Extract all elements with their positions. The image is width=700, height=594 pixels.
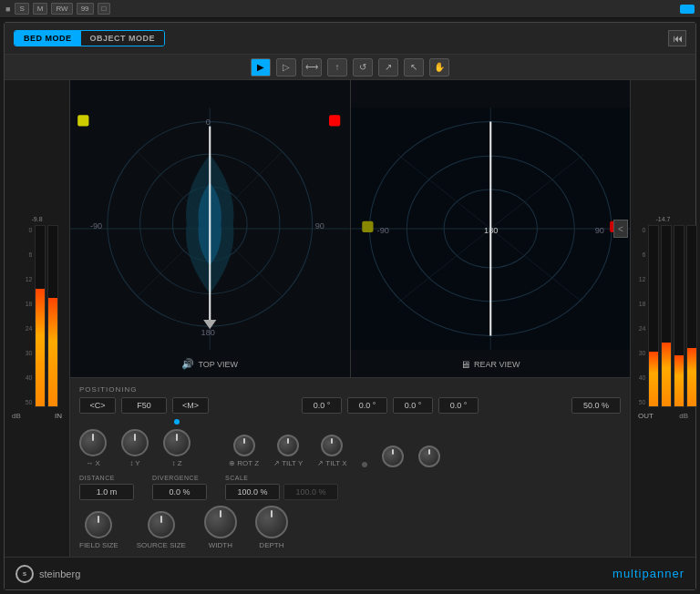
preset-m-field[interactable] — [172, 397, 209, 414]
top-view-icon: 🔊 — [181, 358, 194, 370]
source-size-knob[interactable] — [148, 511, 175, 538]
depth-label: DEPTH — [259, 541, 283, 549]
distance-value[interactable]: 1.0 m — [79, 484, 134, 500]
vu-left-in: IN — [55, 412, 62, 420]
knob-tiltx[interactable] — [321, 435, 343, 456]
scale-group: SCALE 100.0 % 100.0 % — [225, 475, 338, 500]
toolbar-loop-btn[interactable]: ⟷ — [302, 58, 322, 77]
knob-reset[interactable] — [382, 446, 404, 467]
distance-label: DISTANCE — [79, 475, 134, 481]
knob-x[interactable] — [79, 429, 107, 456]
topbar-btn-99[interactable]: 99 — [77, 3, 94, 15]
rear-view-label: 🖥 REAR VIEW — [460, 359, 520, 370]
topbar-btn-s[interactable]: S — [15, 3, 28, 15]
toolbar-play2-btn[interactable]: ▷ — [276, 58, 296, 77]
rear-view-svg: -90 180 90 — [351, 80, 631, 377]
knob-y-group: ↕ Y — [121, 429, 149, 467]
vu-right-clip: -14.7 — [656, 216, 671, 222]
multipanner-text: multipanner — [612, 567, 685, 580]
vu-right-db: dB — [679, 412, 688, 420]
vu-left-bars — [35, 225, 58, 407]
top-view-container: 0 -90 90 180 🔊 TOP VIEW — [70, 80, 350, 377]
knob-tiltx-group: ↗ TILT X — [317, 435, 346, 467]
knob-tilty[interactable] — [277, 435, 299, 456]
main-container: BED MODE OBJECT MODE ⏮ ▶ ▷ ⟷ ↑ ↺ ↗ ↖ ✋ -… — [4, 22, 696, 590]
vu-left-db: dB — [12, 412, 21, 420]
knob-z-dot — [174, 419, 180, 425]
source-size-group: SOURCE SIZE — [137, 511, 186, 549]
svg-rect-28 — [362, 221, 373, 232]
scale-30: 30 — [16, 350, 33, 356]
mode-buttons: BED MODE OBJECT MODE — [14, 30, 165, 46]
vu-left-bar-1 — [35, 225, 46, 407]
toolbar-rotate-btn[interactable]: ↺ — [353, 58, 373, 77]
percent-display: 50.0 % — [571, 397, 621, 414]
source-size-label: SOURCE SIZE — [137, 541, 186, 549]
vu-meter-right: -14.7 0 6 12 18 24 30 40 50 — [630, 80, 695, 557]
steinberg-logo: s steinberg — [15, 565, 80, 583]
topbar-btn-rw[interactable]: RW — [51, 3, 72, 15]
knob-tilty-group: ↗ TILT Y — [273, 435, 303, 467]
field-size-knob[interactable] — [85, 511, 112, 538]
preset-row: 0.0 ° 0.0 ° 0.0 ° 0.0 ° 50.0 % — [79, 397, 621, 414]
bed-mode-button[interactable]: BED MODE — [15, 31, 81, 46]
controls-area: POSITIONING 0.0 ° 0.0 ° 0.0 ° 0.0 ° 50.0… — [70, 377, 630, 557]
knob-z[interactable] — [163, 429, 190, 456]
object-mode-button[interactable]: OBJECT MODE — [81, 31, 165, 46]
knob-auto[interactable] — [418, 446, 440, 467]
views-row: 0 -90 90 180 🔊 TOP VIEW — [70, 80, 630, 377]
header-row: BED MODE OBJECT MODE ⏮ — [5, 23, 695, 55]
scale-value2: 100.0 % — [283, 484, 338, 500]
params-row: DISTANCE 1.0 m DIVERGENCE 0.0 % SCALE 10… — [79, 475, 621, 500]
knob-icon1-group — [382, 446, 404, 467]
top-bar-right — [680, 5, 695, 14]
distance-group: DISTANCE 1.0 m — [79, 475, 134, 500]
svg-text:90: 90 — [594, 226, 603, 235]
toolbar: ▶ ▷ ⟷ ↑ ↺ ↗ ↖ ✋ — [5, 55, 695, 80]
vu-left-scale: 0 6 12 18 24 30 40 50 — [16, 225, 33, 407]
scale-24: 24 — [16, 325, 33, 332]
svg-text:180: 180 — [201, 328, 215, 337]
width-group: WIDTH — [204, 506, 237, 549]
preset-c-field[interactable] — [79, 397, 116, 414]
val2-display: 0.0 ° — [347, 397, 387, 414]
topbar-btn-box[interactable]: □ — [98, 3, 111, 15]
toolbar-hand-btn[interactable]: ✋ — [429, 58, 449, 77]
scale-50: 50 — [16, 399, 33, 405]
divergence-value[interactable]: 0.0 % — [152, 484, 207, 500]
preset-f50-field[interactable] — [121, 397, 167, 414]
bottom-bar: s steinberg multipanner — [5, 557, 695, 589]
toolbar-arrow2-btn[interactable]: ↖ — [404, 58, 424, 77]
toolbar-up-btn[interactable]: ↑ — [327, 58, 347, 77]
scale-40: 40 — [16, 374, 33, 381]
knob-rotz[interactable] — [233, 435, 255, 456]
top-view-svg: 0 -90 90 180 — [70, 80, 350, 377]
steinberg-text: steinberg — [39, 568, 80, 579]
width-knob[interactable] — [204, 506, 237, 538]
knob-rotz-label: ⊕ ROT Z — [229, 459, 259, 467]
panner-text: panner — [643, 567, 685, 580]
knob-y[interactable] — [121, 429, 149, 456]
multi-text: multi — [612, 567, 642, 580]
divergence-label: DIVERGENCE — [152, 475, 207, 481]
vu-left-bar-2 — [47, 225, 58, 407]
svg-text:-90: -90 — [90, 221, 102, 230]
val3-display: 0.0 ° — [393, 397, 433, 414]
collapse-button[interactable]: < — [613, 220, 628, 238]
rear-view-container: -90 180 90 < 🖥 REAR VIEW — [351, 80, 631, 377]
vu-right-bar-1 — [648, 225, 659, 407]
top-bar: ■ S M RW 99 □ — [0, 0, 700, 18]
scale-value1[interactable]: 100.0 % — [225, 484, 280, 500]
content-area: -9.8 0 6 12 18 24 30 40 50 — [5, 80, 695, 557]
top-view-label: 🔊 TOP VIEW — [181, 358, 238, 370]
svg-text:180: 180 — [484, 226, 498, 235]
knob-x-group: ↔ X — [79, 429, 107, 467]
toolbar-play-btn[interactable]: ▶ — [251, 58, 271, 77]
scale-18: 18 — [16, 301, 33, 307]
depth-knob[interactable] — [255, 506, 288, 538]
val4-display: 0.0 ° — [438, 397, 479, 414]
toolbar-arrow1-btn[interactable]: ↗ — [378, 58, 398, 77]
back-button[interactable]: ⏮ — [668, 30, 686, 46]
knob-tilty-label: ↗ TILT Y — [273, 459, 303, 467]
topbar-btn-m[interactable]: M — [33, 3, 48, 15]
